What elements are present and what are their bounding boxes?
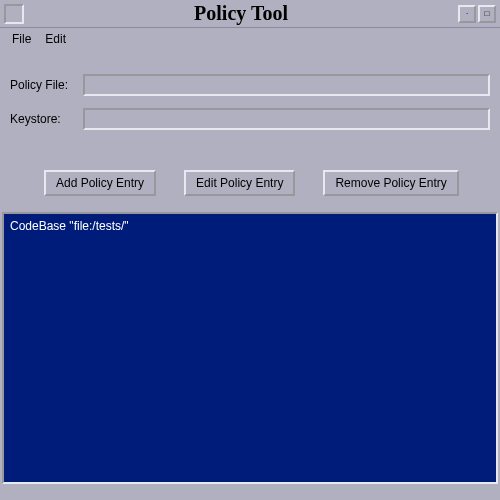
menu-edit[interactable]: Edit — [45, 32, 66, 46]
policy-file-row: Policy File: — [10, 74, 490, 96]
window-title: Policy Tool — [24, 2, 458, 25]
menubar: File Edit — [0, 28, 500, 50]
edit-policy-entry-button[interactable]: Edit Policy Entry — [184, 170, 295, 196]
form-area: Policy File: Keystore: — [0, 50, 500, 150]
keystore-label: Keystore: — [10, 112, 75, 126]
list-item[interactable]: CodeBase "file:/tests/" — [10, 218, 490, 234]
keystore-row: Keystore: — [10, 108, 490, 130]
add-policy-entry-button[interactable]: Add Policy Entry — [44, 170, 156, 196]
maximize-button[interactable]: □ — [478, 5, 496, 23]
minimize-button[interactable]: · — [458, 5, 476, 23]
menu-file[interactable]: File — [12, 32, 31, 46]
keystore-input[interactable] — [83, 108, 490, 130]
remove-policy-entry-button[interactable]: Remove Policy Entry — [323, 170, 458, 196]
policy-file-label: Policy File: — [10, 78, 75, 92]
window-menu-button[interactable] — [4, 4, 24, 24]
maximize-icon: □ — [485, 9, 490, 18]
policy-entries-list[interactable]: CodeBase "file:/tests/" — [2, 212, 498, 484]
window-controls: · □ — [458, 5, 496, 23]
minimize-icon: · — [466, 9, 468, 18]
policy-file-input[interactable] — [83, 74, 490, 96]
button-row: Add Policy Entry Edit Policy Entry Remov… — [0, 150, 500, 212]
titlebar: Policy Tool · □ — [0, 0, 500, 28]
